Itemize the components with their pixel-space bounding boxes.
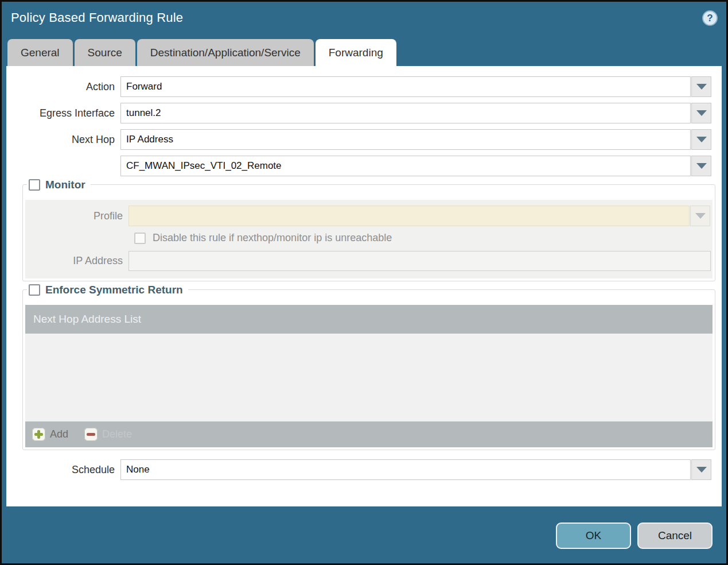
schedule-dropdown-button[interactable] [691, 459, 711, 480]
dialog-title: Policy Based Forwarding Rule [11, 10, 183, 25]
table-toolbar: Add Delete [25, 421, 713, 447]
egress-interface-combo [120, 103, 711, 123]
monitor-checkbox[interactable] [29, 179, 40, 191]
table-body-empty[interactable] [25, 334, 713, 421]
tab-source[interactable]: Source [75, 39, 135, 66]
monitor-panel: Profile Disable this rule if nexthop/mon… [25, 200, 713, 278]
cancel-button[interactable]: Cancel [637, 523, 713, 549]
next-hop-row: Next Hop [6, 129, 722, 150]
disable-rule-row: Disable this rule if nexthop/monitor ip … [134, 232, 713, 244]
tab-general[interactable]: General [7, 39, 73, 66]
symmetric-return-legend: Enforce Symmetric Return [27, 282, 188, 297]
delete-button-label: Delete [102, 428, 132, 440]
monitor-ip-label: IP Address [25, 255, 129, 267]
action-dropdown-button[interactable] [691, 76, 711, 97]
egress-interface-row: Egress Interface [6, 103, 722, 123]
monitor-title: Monitor [45, 179, 85, 191]
dialog-titlebar: Policy Based Forwarding Rule ? [2, 2, 726, 39]
schedule-label: Schedule [6, 464, 120, 476]
next-hop-address-dropdown-button[interactable] [691, 156, 711, 176]
monitor-legend: Monitor [27, 177, 91, 192]
delete-minus-icon [84, 428, 98, 441]
disable-rule-label: Disable this rule if nexthop/monitor ip … [153, 232, 392, 244]
egress-interface-input[interactable] [120, 103, 691, 123]
symmetric-return-checkbox[interactable] [29, 284, 40, 296]
add-plus-icon [32, 428, 45, 441]
chevron-down-icon [696, 467, 707, 473]
add-button-label: Add [50, 428, 68, 440]
action-input[interactable] [120, 76, 691, 97]
next-hop-label: Next Hop [6, 134, 120, 146]
egress-interface-dropdown-button[interactable] [691, 103, 711, 123]
action-label: Action [6, 81, 120, 93]
next-hop-dropdown-button[interactable] [691, 129, 711, 150]
schedule-input[interactable] [120, 459, 691, 480]
monitor-ip-row: IP Address [25, 251, 713, 271]
add-button[interactable]: Add [32, 428, 68, 441]
schedule-combo [120, 459, 711, 480]
action-combo [120, 76, 711, 97]
forwarding-tab-panel: Action Egress Interface Next Hop [6, 66, 722, 506]
profile-combo [129, 206, 710, 226]
tab-forwarding[interactable]: Forwarding [316, 39, 396, 66]
monitor-ip-input-disabled [129, 251, 711, 271]
dialog-footer: OK Cancel [2, 508, 726, 563]
chevron-down-icon [696, 110, 707, 116]
profile-dropdown-button-disabled [690, 206, 710, 226]
delete-button-disabled: Delete [84, 428, 132, 441]
chevron-down-icon [696, 84, 707, 90]
disable-rule-checkbox-disabled [134, 233, 146, 244]
profile-row: Profile [25, 206, 713, 226]
next-hop-address-combo [120, 156, 711, 176]
symmetric-return-title: Enforce Symmetric Return [45, 284, 183, 296]
ok-button[interactable]: OK [556, 523, 631, 549]
next-hop-combo [120, 129, 711, 150]
action-row: Action [6, 76, 722, 97]
tab-destination-application-service[interactable]: Destination/Application/Service [137, 39, 314, 66]
tab-bar: General Source Destination/Application/S… [7, 39, 726, 66]
policy-based-forwarding-dialog: Policy Based Forwarding Rule ? General S… [0, 0, 728, 565]
table-header-next-hop-address-list: Next Hop Address List [25, 305, 713, 334]
symmetric-return-group: Enforce Symmetric Return Next Hop Addres… [22, 289, 715, 450]
profile-label: Profile [25, 210, 129, 222]
next-hop-address-list-table: Next Hop Address List Add Delete [25, 305, 713, 447]
help-icon[interactable]: ? [702, 10, 718, 26]
chevron-down-icon [695, 213, 706, 219]
schedule-row: Schedule [6, 459, 722, 480]
monitor-group: Monitor Profile Disable this rule if nex… [22, 184, 715, 281]
chevron-down-icon [696, 137, 707, 142]
next-hop-address-input[interactable] [120, 156, 691, 176]
chevron-down-icon [696, 163, 707, 169]
next-hop-type-input[interactable] [120, 129, 691, 150]
next-hop-address-row [6, 156, 722, 176]
profile-field-disabled [129, 206, 690, 226]
egress-interface-label: Egress Interface [6, 107, 120, 119]
